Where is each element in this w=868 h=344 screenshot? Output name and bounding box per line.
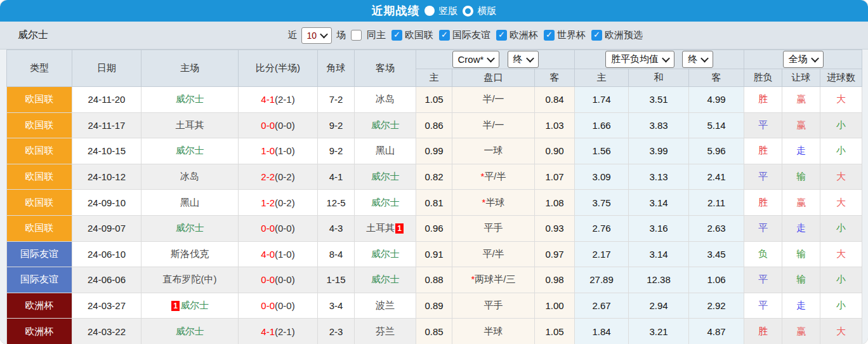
goals-result-cell: 小 (820, 215, 862, 241)
avg-away-cell: 3.45 (689, 241, 744, 267)
chevron-down-icon (487, 55, 495, 63)
col-header-odds-away: 客 (535, 69, 575, 87)
score-cell: 2-2(0-2) (239, 164, 318, 190)
matches-label: 场 (336, 29, 346, 41)
home-team-cell: 威尔士 (141, 215, 239, 241)
avg-draw-cell: 3.14 (629, 190, 689, 216)
handicap-result-cell: 走 (782, 138, 820, 164)
score-cell: 1-0(1-0) (239, 138, 318, 164)
handicap-cell: 平/半 (452, 241, 535, 267)
odds-away-cell: 0.90 (535, 138, 575, 164)
odds-time-select[interactable]: 终 (508, 51, 539, 68)
title-bar: 近期战绩 竖版 横版 (0, 0, 868, 22)
results-table: 类型 日期 主场 比分(半场) 角球 客场 Crow* 终 胜平负均值 终 (6, 50, 862, 344)
layout-vertical-radio[interactable] (424, 6, 435, 16)
home-team-cell: 土耳其 (141, 112, 239, 138)
handicap-cell: 半/一 (452, 87, 535, 113)
odds-home-cell: 0.81 (416, 190, 452, 216)
odds-home-cell: 0.86 (416, 112, 452, 138)
odds-home-cell: 0.89 (416, 293, 452, 319)
wdl-result-cell: 胜 (744, 319, 782, 344)
col-header-type: 类型 (7, 50, 72, 87)
handicap-result-cell: 赢 (782, 87, 820, 113)
handicap-result-cell: 输 (782, 267, 820, 293)
table-row: 欧国联24-10-15威尔士1-0(1-0)9-2黑山0.99一球0.901.5… (7, 138, 862, 164)
score-cell: 0-0(0-0) (239, 112, 318, 138)
chevron-down-icon (811, 55, 819, 63)
table-row: 欧洲杯24-03-271威尔士0-0(0-0)3-4波兰0.89平手1.002.… (7, 293, 862, 319)
table-row: 欧洲杯24-03-22威尔士4-1(2-1)2-3芬兰0.85半球1.051.8… (7, 319, 862, 344)
match-count-select[interactable]: 10 (301, 27, 332, 44)
date-cell: 24-09-07 (72, 215, 141, 241)
col-header-let: 让球 (782, 69, 820, 87)
date-cell: 24-06-06 (72, 267, 141, 293)
league-checkbox-friendly[interactable]: ✓ (439, 30, 450, 41)
layout-horizontal-radio[interactable] (463, 6, 473, 17)
away-team-cell: 土耳其1 (355, 215, 416, 241)
handicap-result-cell: 走 (782, 215, 820, 241)
corner-cell: 8-4 (318, 241, 355, 267)
league-cell: 欧国联 (7, 164, 72, 190)
rank-badge: 1 (395, 223, 404, 234)
table-row: 欧国联24-09-10黑山1-2(0-2)12-5威尔士0.81*半球1.083… (7, 190, 862, 216)
table-row: 国际友谊24-06-10斯洛伐克4-0(1-0)8-4威尔士0.91平/半0.9… (7, 241, 862, 267)
bookmaker-select[interactable]: Crow* (452, 51, 500, 68)
handicap-cell: *两球半/三 (452, 267, 535, 293)
avg-draw-cell: 3.16 (629, 215, 689, 241)
date-cell: 24-03-27 (72, 293, 141, 319)
league-checkbox-nations[interactable]: ✓ (391, 30, 402, 41)
date-cell: 24-03-22 (72, 319, 141, 344)
avg-home-cell: 1.56 (575, 138, 629, 164)
same-venue-label: 同主 (367, 29, 386, 41)
odds-away-cell: 0.97 (535, 241, 575, 267)
goals-result-cell: 小 (820, 293, 862, 319)
period-select[interactable]: 全场 (783, 51, 824, 68)
league-checkbox-worldcup[interactable]: ✓ (544, 30, 555, 41)
home-team-cell: 黑山 (141, 190, 239, 216)
col-header-score: 比分(半场) (239, 50, 318, 87)
league-label-worldcup: 世界杯 (557, 29, 586, 41)
avg-away-cell: 2.41 (689, 164, 744, 190)
home-team-cell: 威尔士 (141, 319, 239, 344)
avg-draw-cell: 3.13 (629, 164, 689, 190)
odds-home-cell: 0.96 (416, 215, 452, 241)
avg-home-cell: 2.76 (575, 215, 629, 241)
league-cell: 欧国联 (7, 112, 72, 138)
layout-vertical-label[interactable]: 竖版 (439, 5, 458, 17)
away-team-cell: 威尔士 (355, 112, 416, 138)
home-team-cell: 威尔士 (141, 138, 239, 164)
wdl-result-cell: 平 (744, 215, 782, 241)
chevron-down-icon (526, 55, 534, 63)
score-cell: 4-1(2-1) (239, 319, 318, 344)
home-team-cell: 1威尔士 (141, 293, 239, 319)
league-checkbox-euroqual[interactable]: ✓ (591, 30, 602, 41)
handicap-cell: 一球 (452, 138, 535, 164)
score-cell: 4-1(2-1) (239, 87, 318, 113)
avg-away-cell: 5.14 (689, 112, 744, 138)
layout-horizontal-label[interactable]: 横版 (478, 5, 497, 17)
avg-odds-select[interactable]: 胜平负均值 (605, 51, 674, 68)
avg-home-cell: 2.67 (575, 293, 629, 319)
chevron-down-icon (320, 30, 328, 39)
league-cell: 欧洲杯 (7, 319, 72, 344)
wdl-result-cell: 平 (744, 112, 782, 138)
avg-home-cell: 1.84 (575, 319, 629, 344)
goals-result-cell: 小 (820, 267, 862, 293)
same-venue-checkbox[interactable] (351, 30, 362, 41)
corner-cell: 7-2 (318, 87, 355, 113)
corner-cell: 2-3 (318, 319, 355, 344)
league-checkbox-euro[interactable]: ✓ (496, 30, 507, 41)
avg-time-select[interactable]: 终 (682, 51, 713, 68)
goals-result-cell: 大 (820, 87, 862, 113)
team-name: 威尔士 (18, 29, 48, 42)
recent-label: 近 (287, 29, 297, 41)
league-label-friendly: 国际友谊 (452, 29, 490, 41)
handicap-result-cell: 赢 (782, 112, 820, 138)
handicap-cell: 平手 (452, 293, 535, 319)
avg-draw-cell: 3.21 (629, 319, 689, 344)
corner-cell: 4-3 (318, 215, 355, 241)
avg-away-cell: 1.06 (689, 267, 744, 293)
avg-away-cell: 2.63 (689, 215, 744, 241)
handicap-result-cell: 走 (782, 293, 820, 319)
avg-group-header: 胜平负均值 终 (575, 50, 744, 69)
